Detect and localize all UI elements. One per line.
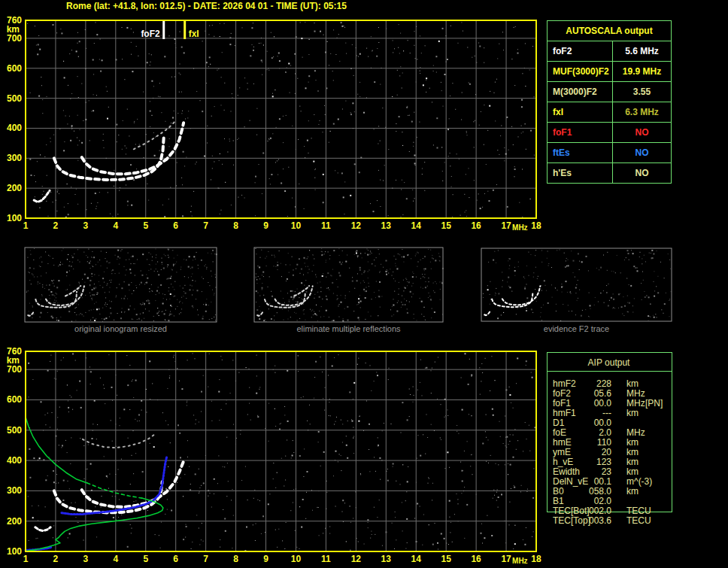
- autoscala-row-label: foF2: [547, 41, 613, 62]
- svg-text:200: 200: [7, 516, 22, 527]
- svg-text:400: 400: [7, 123, 22, 133]
- autoscala-screen: 760700600500400300200100km12345678910111…: [0, 0, 728, 568]
- svg-text:700: 700: [7, 364, 22, 375]
- svg-text:17: 17: [501, 554, 511, 564]
- svg-text:2: 2: [53, 554, 59, 564]
- svg-text:11: 11: [321, 220, 331, 231]
- svg-text:km: km: [7, 24, 20, 35]
- autoscala-header: AUTOSCALA output: [547, 20, 672, 41]
- autoscala-row-foF2: foF25.6 MHz: [547, 41, 672, 62]
- autoscala-row-label: MUF(3000)F2: [547, 61, 613, 82]
- ionogram-bottom-noise: [28, 353, 536, 551]
- aip-row-note: [PN]: [645, 399, 663, 409]
- svg-text:11: 11: [321, 554, 331, 564]
- svg-text:3: 3: [83, 554, 89, 564]
- aip-row-value: 003.6: [560, 516, 611, 526]
- page-title: Rome (lat: +41.8, lon: 012.5) - DATE: 20…: [66, 1, 347, 11]
- svg-text:MHz: MHz: [512, 557, 528, 565]
- ionogram-bottom: 760700600500400300200100km12345678910111…: [7, 346, 541, 565]
- svg-text:9: 9: [263, 554, 268, 564]
- autoscala-row-ftEs: ftEsNO: [547, 142, 672, 163]
- svg-text:10: 10: [291, 220, 302, 231]
- ionogram-bottom-F2-trace-X-mode: [82, 462, 184, 507]
- svg-text:100: 100: [7, 546, 22, 557]
- svg-text:300: 300: [7, 485, 22, 496]
- autoscala-row-value: 19.9 MHz: [612, 61, 672, 82]
- svg-text:400: 400: [7, 455, 22, 466]
- ionogram-bottom-low-echo-hook: [35, 527, 50, 531]
- aip-row-TEC[Top]: TEC[Top]003.6TECU: [547, 516, 675, 526]
- svg-text:5: 5: [143, 554, 148, 564]
- svg-text:6: 6: [173, 220, 178, 231]
- svg-text:3: 3: [83, 220, 89, 231]
- autoscala-row-foF1: foF1NO: [547, 122, 672, 143]
- aip-row-unit: km: [626, 409, 639, 418]
- ionogram-bottom-grid: [26, 351, 536, 551]
- svg-text:200: 200: [7, 183, 22, 193]
- ionogram-bottom-axis-labels: 760700600500400300200100km12345678910111…: [7, 346, 541, 565]
- autoscala-row-value: 6.3 MHz: [612, 102, 672, 123]
- autoscala-row-label: fxI: [547, 102, 613, 123]
- thumbnail-caption-eliminate: eliminate multiple reflections: [254, 324, 443, 333]
- ionogram-top: 760700600500400300200100km12345678910111…: [7, 15, 541, 232]
- svg-text:12: 12: [351, 220, 362, 231]
- svg-text:500: 500: [7, 425, 22, 436]
- ionogram-top-grid: [26, 20, 536, 218]
- autoscala-row-h'Es: h'EsNO: [547, 163, 672, 184]
- svg-text:4: 4: [113, 554, 118, 564]
- ionogram-top-second-hop-echo: [134, 123, 174, 150]
- svg-text:17: 17: [501, 220, 511, 231]
- aip-row-unit: km: [626, 487, 639, 497]
- svg-text:14: 14: [411, 220, 422, 231]
- svg-text:16: 16: [471, 554, 481, 564]
- svg-text:16: 16: [471, 220, 481, 231]
- autoscala-row-value: NO: [612, 142, 672, 163]
- svg-text:600: 600: [7, 63, 22, 74]
- svg-text:1: 1: [23, 220, 29, 231]
- autoscala-output-table: AUTOSCALA outputfoF25.6 MHzMUF(3000)F219…: [547, 20, 672, 184]
- svg-text:7: 7: [203, 554, 208, 564]
- svg-text:8: 8: [233, 554, 238, 564]
- autoscala-row-value: 3.55: [612, 81, 672, 102]
- aip-row-unit: TECU: [626, 516, 651, 526]
- svg-text:km: km: [7, 355, 20, 366]
- autoscala-row-value: 5.6 MHz: [612, 41, 672, 62]
- autoscala-row-M(3000)F2: M(3000)F23.55: [547, 81, 672, 102]
- svg-text:15: 15: [441, 220, 451, 231]
- autoscala-row-MUF(3000)F2: MUF(3000)F219.9 MHz: [547, 61, 672, 82]
- svg-text:8: 8: [233, 220, 238, 231]
- svg-text:2: 2: [53, 220, 59, 231]
- ionogram-top-series: [34, 123, 184, 202]
- ionogram-bottom-electron-density-profile-top: [26, 418, 87, 483]
- svg-text:15: 15: [441, 554, 451, 564]
- ionogram-top-markers: foF2fxI: [141, 21, 199, 39]
- svg-text:14: 14: [411, 554, 422, 564]
- autoscala-row-label: foF1: [547, 122, 613, 143]
- thumbnail-caption-original: original ionogram resized: [25, 324, 217, 333]
- ionogram-top-low-echo-hook: [34, 190, 50, 202]
- svg-text:500: 500: [7, 93, 22, 104]
- ionogram-top-axis-labels: 760700600500400300200100km12345678910111…: [7, 15, 541, 232]
- autoscala-row-label: h'Es: [547, 163, 613, 184]
- svg-text:600: 600: [7, 394, 22, 405]
- autoscala-row-fxI: fxI6.3 MHz: [547, 102, 672, 123]
- aip-header: AIP output: [547, 357, 671, 368]
- thumbnail-2: [254, 248, 444, 322]
- autoscala-row-label: M(3000)F2: [547, 81, 613, 102]
- autoscala-row-value: NO: [612, 122, 672, 143]
- svg-text:1: 1: [23, 554, 29, 564]
- svg-text:10: 10: [291, 554, 302, 564]
- svg-text:5: 5: [143, 220, 148, 231]
- svg-text:MHz: MHz: [512, 223, 528, 232]
- svg-text:100: 100: [7, 213, 22, 223]
- svg-text:fxI: fxI: [189, 29, 199, 39]
- ionogram-top-F2-trace-X-mode: [82, 123, 184, 174]
- svg-text:18: 18: [531, 554, 541, 564]
- svg-text:7: 7: [203, 220, 208, 231]
- svg-text:12: 12: [351, 554, 362, 564]
- autoscala-row-label: ftEs: [547, 142, 613, 163]
- ionogram-bottom-series: [26, 418, 184, 551]
- svg-text:18: 18: [531, 220, 541, 231]
- thumbnail-caption-evidence: evidence F2 trace: [481, 324, 672, 333]
- svg-text:4: 4: [113, 220, 118, 231]
